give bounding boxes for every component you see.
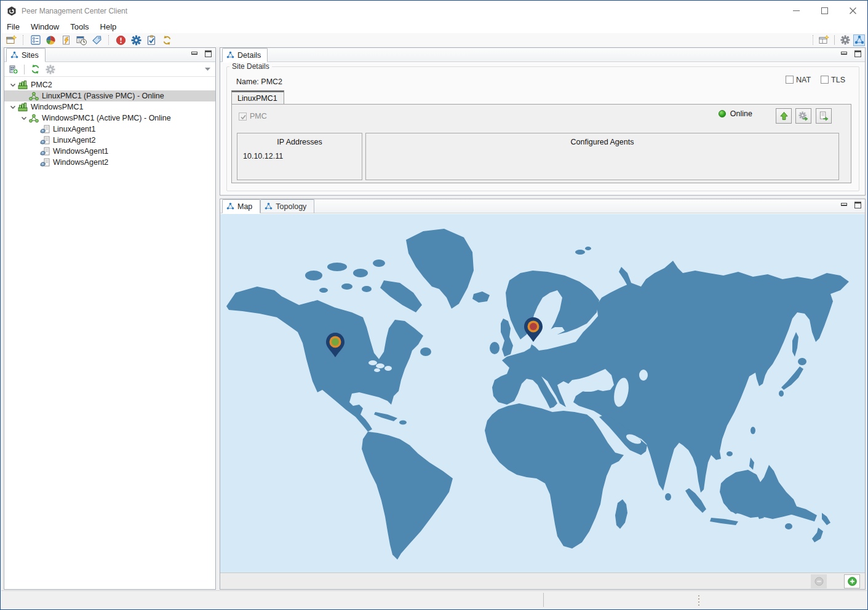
refresh-icon[interactable] [30,64,41,74]
site-icon [17,80,28,90]
zoom-out-button[interactable] [811,574,827,588]
title-bar: Peer Management Center Client [1,1,867,20]
job-document-icon[interactable] [61,35,71,46]
tasks-clipboard-icon[interactable] [146,35,157,46]
preferences-icon[interactable] [30,35,41,46]
chevron-down-icon[interactable] [22,117,26,120]
schedule-calendar-icon[interactable]: 12 [76,35,87,46]
agent-icon [39,135,50,145]
ip-addresses-title: IP Addresses [237,138,362,146]
network-icon [265,202,273,210]
tree-item[interactable]: LinuxAgent1 [4,124,215,135]
sites-panel: Sites PMC2 LinuxPMC1 (Passive PMC [4,47,216,590]
tab-details[interactable]: Details [222,48,268,62]
sync-icon[interactable] [162,35,172,46]
maximize-panel-icon[interactable] [854,202,861,208]
management-perspective-icon[interactable] [854,35,864,46]
tree-item-selected[interactable]: LinuxPMC1 (Passive PMC) - Online [4,90,215,101]
tls-checkbox-box[interactable] [821,76,829,84]
menu-help[interactable]: Help [95,21,122,33]
tree-item[interactable]: WindowsPMC1 (Active PMC) - Online [4,113,215,124]
tab-map[interactable]: Map [222,199,260,213]
edit-configuration-button[interactable] [795,108,811,124]
nat-checkbox[interactable]: NAT [786,76,811,84]
tree-item[interactable]: WindowsAgent1 [4,146,215,157]
export-log-button[interactable] [816,108,832,124]
map-panel: Map Topology [220,199,866,590]
toolbar-separator [813,35,814,45]
chevron-down-icon[interactable] [10,106,15,109]
toolbar-separator [834,35,835,45]
maximize-panel-icon[interactable] [854,50,861,57]
tab-sites-label: Sites [22,51,39,60]
pmc-checkbox-box [239,113,247,121]
site-details-group: Site Details Name: PMC2 NAT TLS LinuxPMC… [226,66,859,191]
tab-topology-label: Topology [276,202,306,211]
tab-map-label: Map [237,202,252,211]
start-pmc-button[interactable] [776,108,792,124]
tab-topology[interactable]: Topology [260,199,314,213]
toolbar-separator [24,65,25,74]
tree-item-label: WindowsPMC1 (Active PMC) - Online [42,114,171,122]
ip-address-value: 10.10.12.11 [243,152,283,160]
minimize-button[interactable] [782,1,810,20]
menu-bar: File Window Tools Help [1,20,867,33]
add-site-icon[interactable] [8,64,18,74]
nat-label: NAT [796,76,811,84]
menu-file[interactable]: File [1,21,25,33]
tree-item[interactable]: WindowsAgent2 [4,157,215,168]
site-name-label: Name: PMC2 [236,77,282,86]
menu-window[interactable]: Window [25,21,65,33]
main-toolbar: 12 [1,33,867,47]
details-panel: Details Site Details Name: PMC2 NAT TLS … [220,47,866,196]
agent-icon [39,146,50,156]
tab-details-label: Details [237,51,261,60]
online-status-label: Online [730,109,752,118]
tree-item-label: LinuxPMC1 (Passive PMC) - Online [42,92,164,100]
app-window: Peer Management Center Client File Windo… [0,0,868,610]
menu-tools[interactable]: Tools [65,21,94,33]
world-map[interactable] [220,214,865,572]
new-window-icon[interactable] [6,35,17,46]
toolbar-separator [108,35,109,45]
status-bar-separator [543,593,544,607]
configured-agents-box: Configured Agents [365,133,839,180]
view-menu-chevron-icon[interactable] [205,68,210,71]
map-pin-europe[interactable] [524,317,543,343]
nat-checkbox-box[interactable] [786,76,794,84]
settings-gear-icon[interactable] [131,35,141,46]
minimize-panel-icon[interactable] [841,52,847,55]
pmc-node-icon [28,91,39,101]
pmc-checkbox: PMC [239,112,267,121]
map-pin-us[interactable] [325,332,345,358]
reports-pie-chart-icon[interactable] [46,35,56,46]
sites-toolbar [4,62,215,77]
tree-item[interactable]: WindowsPMC1 [4,101,215,113]
tree-item-label: WindowsAgent1 [53,147,108,156]
maximize-panel-icon[interactable] [205,50,212,57]
tls-checkbox[interactable]: TLS [821,76,845,84]
tree-item[interactable]: PMC2 [4,79,215,90]
site-details-group-title: Site Details [229,62,272,71]
close-button[interactable] [838,1,867,20]
minimize-panel-icon[interactable] [841,203,847,206]
network-icon [226,202,234,210]
tree-item[interactable]: LinuxAgent2 [4,135,215,146]
site-settings-gear-icon[interactable] [45,64,55,74]
app-icon [7,6,17,16]
agent-icon [39,157,50,167]
tab-linuxpmc1[interactable]: LinuxPMC1 [231,90,284,104]
maximize-button[interactable] [810,1,838,20]
alerts-icon[interactable] [116,35,126,46]
map-footer [220,572,865,589]
tab-sites[interactable]: Sites [6,48,46,62]
tree-item-label: PMC2 [31,81,52,89]
status-bar-grip [698,595,699,606]
chevron-down-icon[interactable] [10,84,15,87]
minimize-panel-icon[interactable] [191,52,197,55]
perspective-gear-icon[interactable] [840,35,850,46]
tab-linuxpmc1-label: LinuxPMC1 [237,94,277,103]
tag-icon[interactable] [92,35,102,46]
open-perspective-icon[interactable] [819,35,829,46]
zoom-in-button[interactable] [844,574,860,588]
